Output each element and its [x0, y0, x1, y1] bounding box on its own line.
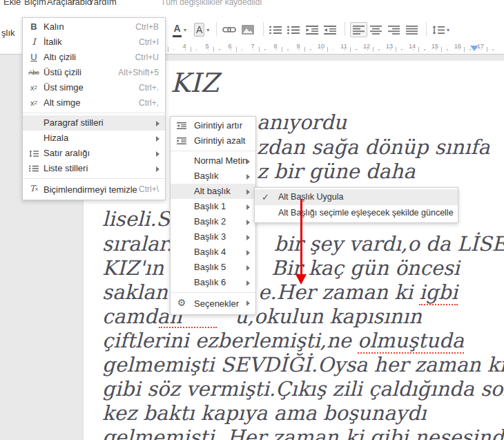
submenu-arrow-icon	[246, 280, 250, 286]
menu-item-alt-baslik[interactable]: Alt başlık	[171, 184, 255, 199]
menu-item-ustu-cizili[interactable]: Abc Üstü çiziliAlt+Shift+5	[23, 65, 165, 80]
doc-line: z bir güne daha	[257, 160, 416, 183]
menu-item-baslik-1[interactable]: Başlık 1	[171, 199, 255, 214]
menu-separator	[171, 292, 255, 293]
menu-item-girintiyi-azalt[interactable]: Girintiyi azalt	[171, 133, 255, 149]
annotation-arrow-head	[295, 274, 307, 285]
subtitle-menu: ✓ Alt Başlık Uygula Alt Başlığı seçimle …	[254, 187, 458, 223]
spellcheck-underline-fragment	[159, 325, 217, 328]
doc-line: gibi söz vermişti.Çıkış zili çaldığında …	[102, 377, 504, 401]
menu-item-paragraf-stilleri[interactable]: Paragraf stilleri	[23, 115, 165, 131]
clear-formatting-icon: Tx	[28, 181, 40, 196]
menu-item-secenekler[interactable]: ⚙ Seçenekler	[171, 295, 255, 313]
menu-item-baslik-3[interactable]: Başlık 3	[171, 229, 255, 245]
menu-item-ust-simge[interactable]: x2 Üst simgeCtrl+.	[23, 80, 165, 95]
gear-icon: ⚙	[175, 295, 188, 310]
submenu-arrow-icon	[246, 159, 250, 164]
menu-item-baslik-2[interactable]: Başlık 2	[171, 214, 255, 229]
format-menu: B KalınCtrl+B I İtalikCtrl+I U Altı çizi…	[22, 17, 166, 200]
menu-item-satir-araligi[interactable]: Satır aralığı	[23, 146, 165, 161]
menu-item-baslik-5[interactable]: Başlık 5	[171, 260, 255, 275]
doc-line: gelmemişti SEVDİĞİ.Oysa her zaman ki	[102, 353, 504, 376]
increase-indent-icon	[175, 118, 188, 133]
menu-item-alt-basligi-guncelle[interactable]: Alt Başlığı seçimle eşleşecek şekilde gü…	[255, 205, 458, 221]
misspelled-word: olmuştuda	[358, 329, 464, 354]
doc-line: sıralar.	[102, 232, 173, 256]
submenu-arrow-icon	[246, 265, 250, 271]
menu-item-alt-baslik-uygula[interactable]: ✓ Alt Başlık Uygula	[255, 189, 458, 205]
doc-line: kez baktı kapıya ama boşunaydı	[102, 401, 426, 425]
submenu-arrow-icon	[156, 136, 159, 142]
doc-line: çiftlerini ezberlemişti,ne olmuştuda	[102, 329, 464, 352]
menu-separator	[23, 178, 165, 179]
line-spacing-icon	[28, 146, 40, 161]
submenu-arrow-icon	[246, 189, 250, 195]
strikethrough-icon: Abc	[28, 65, 40, 80]
menu-item-hizala[interactable]: Hizala	[23, 131, 165, 146]
submenu-arrow-icon	[246, 220, 250, 225]
submenu-arrow-icon	[246, 174, 250, 180]
superscript-icon: x2	[28, 80, 40, 95]
menu-item-alt-simge[interactable]: x2 Alt simgeCtrl+,	[23, 95, 165, 111]
menu-separator	[23, 113, 165, 113]
italic-icon: I	[28, 35, 40, 50]
menu-item-liste-stilleri[interactable]: Liste stilleri	[23, 161, 165, 176]
doc-title-fragment: KIZ	[171, 68, 219, 98]
doc-line: u,okulun kapısının	[235, 305, 422, 328]
submenu-arrow-icon	[246, 204, 250, 210]
misspelled-word: igbi	[419, 280, 458, 305]
menu-separator	[171, 151, 255, 151]
submenu-arrow-icon	[156, 121, 159, 126]
doc-line: anıyordu	[257, 111, 347, 134]
doc-line: liseli.Sı	[102, 207, 177, 231]
menu-item-italik[interactable]: I İtalikCtrl+I	[23, 35, 165, 50]
menu-item-girintiyi-artir[interactable]: Girintiyi artır	[171, 118, 255, 133]
bold-icon: B	[28, 19, 40, 35]
submenu-arrow-icon	[156, 151, 159, 157]
list-styles-icon	[28, 161, 40, 176]
check-icon: ✓	[262, 189, 269, 205]
doc-line: gelmemişti. Her zaman ki gibi neşesinden	[102, 425, 504, 440]
menu-item-baslik-6[interactable]: Başlık 6	[171, 275, 255, 290]
underline-icon: U	[28, 50, 40, 65]
subscript-icon: x2	[28, 95, 40, 111]
doc-line: e.Her zaman ki igbi	[258, 280, 458, 304]
doc-line: zdan sağa dönüp sınıfa	[257, 135, 490, 159]
annotation-arrow-line	[300, 199, 302, 275]
menu-item-bicimlendirmeyi-temizle[interactable]: Tx Biçimlendirmeyi temizleCtrl+\	[23, 181, 165, 198]
menu-item-baslik-4[interactable]: Başlık 4	[171, 245, 255, 260]
paragraph-styles-menu: Girintiyi artır Girintiyi azalt Normal M…	[170, 116, 256, 315]
submenu-arrow-icon	[246, 300, 250, 306]
menu-item-alti-cizili[interactable]: U Altı çiziliCtrl+U	[23, 50, 165, 65]
submenu-arrow-icon	[246, 235, 250, 240]
doc-line: bir şey vardı,o da LİSELİ	[274, 232, 504, 256]
menu-item-kalin[interactable]: B KalınCtrl+B	[23, 19, 165, 35]
menu-item-baslik[interactable]: Başlık	[171, 169, 255, 184]
menu-item-normal-metin[interactable]: Normal Metin	[171, 153, 255, 169]
submenu-arrow-icon	[156, 166, 159, 172]
submenu-arrow-icon	[246, 250, 250, 256]
decrease-indent-icon	[175, 133, 188, 149]
